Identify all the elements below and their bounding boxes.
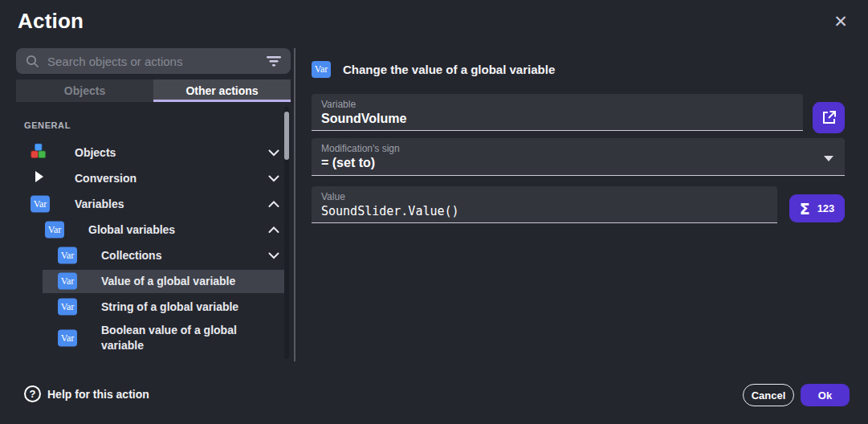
tree-item-label: Global variables xyxy=(88,222,175,238)
tree-item-label: Boolean value of a global variable xyxy=(101,323,244,353)
scrollbar-thumb[interactable] xyxy=(284,112,289,160)
tree-item-global-variables[interactable]: Var Global variables xyxy=(16,217,291,243)
search-input[interactable] xyxy=(47,55,267,68)
variable-field-label: Variable xyxy=(321,99,793,110)
panel-divider xyxy=(294,48,295,361)
cancel-button[interactable]: Cancel xyxy=(743,384,794,406)
value-field-label: Value xyxy=(321,191,768,202)
modification-sign-select[interactable]: Modification's sign = (set to) xyxy=(312,138,845,176)
objects-cubes-icon xyxy=(31,144,46,162)
tree-item-string-of-global-variable[interactable]: Var String of a global variable xyxy=(16,294,291,320)
tree-item-conversion[interactable]: Conversion xyxy=(16,165,291,191)
active-tab-underline xyxy=(153,100,291,102)
open-variable-editor-button[interactable] xyxy=(813,102,845,133)
filter-icon[interactable] xyxy=(267,56,281,67)
var-badge-icon: Var xyxy=(45,222,64,238)
value-expression-input[interactable] xyxy=(321,204,768,218)
help-link[interactable]: ? Help for this action xyxy=(24,385,149,402)
tree-item-label: Collections xyxy=(101,248,161,263)
tab-other-actions[interactable]: Other actions xyxy=(153,80,291,102)
page-title: Action xyxy=(18,9,84,34)
var-badge-icon: Var xyxy=(58,273,77,290)
tree-item-label: Conversion xyxy=(75,171,137,186)
tree-item-objects[interactable]: Objects xyxy=(16,140,291,165)
tab-other-actions-label: Other actions xyxy=(185,84,258,97)
dropdown-caret-icon xyxy=(824,156,833,161)
help-icon: ? xyxy=(24,385,41,402)
var-badge-icon: Var xyxy=(312,61,331,78)
var-badge-icon: Var xyxy=(58,299,77,316)
chevron-up-icon xyxy=(268,197,279,211)
search-icon xyxy=(26,55,39,68)
modification-sign-label: Modification's sign xyxy=(321,143,835,154)
var-badge-icon: Var xyxy=(58,247,77,264)
open-in-new-icon xyxy=(821,110,837,125)
tree-item-label: Objects xyxy=(75,145,116,161)
chevron-down-icon xyxy=(268,171,279,186)
action-title: Change the value of a global variable xyxy=(343,63,555,76)
variable-field: Variable xyxy=(312,94,803,131)
tree-item-label: Variables xyxy=(75,197,124,212)
tree-item-value-of-global-variable[interactable]: Var Value of a global variable xyxy=(16,268,291,294)
expression-123-label: 123 xyxy=(817,202,835,214)
tab-objects[interactable]: Objects xyxy=(16,80,153,102)
search-bar[interactable] xyxy=(16,48,291,74)
chevron-up-icon xyxy=(268,222,279,237)
tree-item-label: Value of a global variable xyxy=(101,274,235,289)
tab-objects-label: Objects xyxy=(64,84,105,97)
tree-item-variables[interactable]: Var Variables xyxy=(16,191,291,217)
var-badge-icon: Var xyxy=(58,330,77,347)
tree-group-label: GENERAL xyxy=(24,120,71,130)
chevron-down-icon xyxy=(268,248,279,263)
triangle-right-icon xyxy=(35,171,43,186)
list-tabs: Objects Other actions xyxy=(16,80,291,102)
sigma-icon: Σ xyxy=(800,200,810,218)
var-badge-icon: Var xyxy=(31,196,50,213)
action-header: Var Change the value of a global variabl… xyxy=(312,61,555,78)
expression-builder-button[interactable]: Σ 123 xyxy=(789,194,845,222)
close-icon[interactable]: ✕ xyxy=(827,8,854,35)
chevron-down-icon xyxy=(268,145,279,160)
help-label: Help for this action xyxy=(47,388,149,401)
tree-item-collections[interactable]: Var Collections xyxy=(16,243,291,268)
ok-button[interactable]: Ok xyxy=(801,384,850,406)
variable-input[interactable] xyxy=(321,112,793,126)
tree-item-boolean-of-global-variable[interactable]: Var Boolean value of a global variable xyxy=(16,320,291,357)
tree-item-label: String of a global variable xyxy=(101,300,238,315)
value-field: Value xyxy=(312,186,777,223)
